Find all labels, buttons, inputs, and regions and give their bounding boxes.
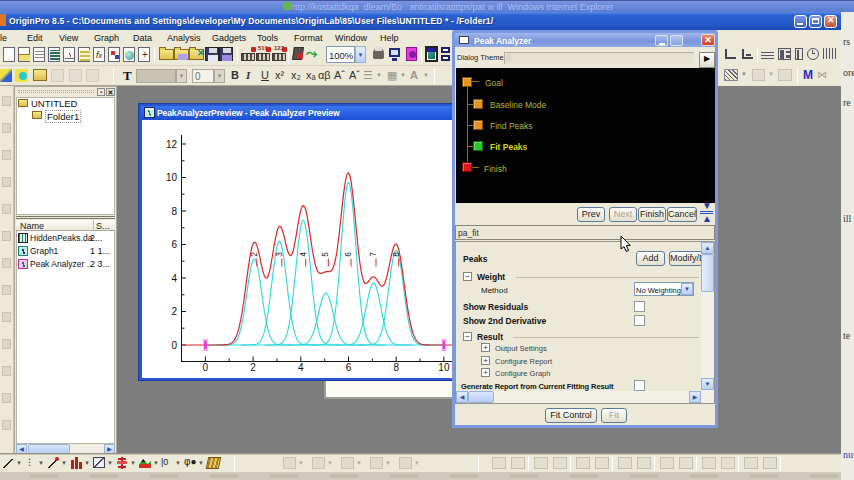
svg-text:5: 5 — [320, 252, 330, 257]
svg-text:12: 12 — [166, 139, 178, 150]
svg-text:10: 10 — [438, 362, 450, 373]
svg-text:0: 0 — [171, 340, 177, 351]
svg-text:8: 8 — [393, 362, 399, 373]
svg-text:2: 2 — [171, 306, 177, 317]
svg-text:2: 2 — [250, 362, 256, 373]
svg-text:10: 10 — [166, 172, 178, 183]
svg-text:3: 3 — [274, 252, 284, 257]
svg-text:7: 7 — [368, 252, 378, 257]
svg-text:6: 6 — [171, 239, 177, 250]
svg-text:4: 4 — [298, 362, 304, 373]
svg-text:6: 6 — [343, 252, 353, 257]
svg-text:0: 0 — [203, 362, 209, 373]
svg-text:8: 8 — [391, 252, 401, 257]
svg-text:6: 6 — [346, 362, 352, 373]
svg-text:4: 4 — [171, 273, 177, 284]
svg-text:8: 8 — [171, 206, 177, 217]
svg-text:4: 4 — [298, 252, 308, 257]
svg-text:2: 2 — [249, 252, 259, 257]
